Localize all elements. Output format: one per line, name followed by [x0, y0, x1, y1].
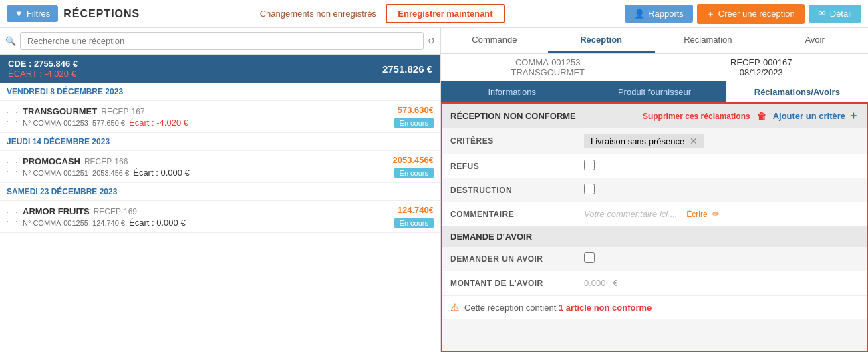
item-right: 124.740€En cours: [394, 205, 434, 228]
summary-left: CDE : 2755.846 € ÉCART : -4.020 €: [8, 59, 78, 79]
sub-tab-reclamations[interactable]: Réclamations/Avoirs: [726, 81, 868, 102]
search-input[interactable]: [20, 32, 424, 50]
sub-tab-informations[interactable]: Informations: [441, 81, 583, 102]
summary-ecart: ÉCART : -4.020 €: [8, 69, 78, 79]
tab-commande[interactable]: Commande: [441, 28, 548, 53]
item-right: 2053.456€En cours: [393, 155, 434, 178]
item-right: 573.630€En cours: [394, 105, 434, 128]
commentaire-label: COMMENTAIRE: [450, 210, 584, 219]
save-now-button[interactable]: Enregistrer maintenant: [386, 4, 504, 23]
list-item[interactable]: PROMOCASHRECEP-166N° COMMA-001251 2053.4…: [0, 151, 440, 183]
item-checkbox[interactable]: [7, 212, 17, 222]
remove-criteria-button[interactable]: ✕: [690, 136, 698, 146]
main-layout: 🔍 ↺ CDE : 2755.846 € ÉCART : -4.020 € 27…: [0, 28, 868, 352]
warning-link[interactable]: 1 article non conforme: [559, 303, 652, 313]
tab-reclamation[interactable]: Réclamation: [655, 28, 762, 53]
warning-footer: ⚠ Cette réception contient 1 article non…: [442, 295, 867, 319]
list-item[interactable]: TRANSGOURMETRECEP-167N° COMMA-001253 577…: [0, 101, 440, 133]
unsaved-notice: Changements non enregistrés Enregistrer …: [146, 4, 618, 23]
section1-title: RÉCEPTION NON CONFORME: [450, 111, 636, 121]
warning-icon: ⚠: [450, 301, 459, 313]
demander-avoir-checkbox[interactable]: [584, 252, 595, 263]
section2-title: DEMANDE D'AVOIR: [450, 232, 532, 242]
tab-reception[interactable]: Réception: [548, 28, 655, 53]
list-item[interactable]: ARMOR FRUITSRECEP-169N° COMMA-001255 124…: [0, 201, 440, 233]
reports-icon: 👤: [634, 9, 645, 19]
add-criteria-button[interactable]: Ajouter un critère ＋: [773, 109, 859, 123]
destruction-checkbox[interactable]: [584, 184, 595, 194]
plus-icon: ＋: [706, 8, 715, 20]
comment-placeholder: Votre commentaire ici ...: [584, 209, 678, 219]
item-main: TRANSGOURMETRECEP-167N° COMMA-001253 577…: [23, 106, 389, 128]
edit-icon[interactable]: ✏: [712, 209, 720, 219]
summary-row: CDE : 2755.846 € ÉCART : -4.020 € 2751.8…: [0, 55, 440, 83]
summary-cde: CDE : 2755.846 €: [8, 59, 78, 69]
demander-avoir-row: DEMANDER UN AVOIR: [442, 247, 867, 271]
eye-icon: 👁: [818, 9, 827, 19]
montant-avoir-label: MONTANT DE L'AVOIR: [450, 279, 584, 288]
ref-row: COMMA-001253 TRANSGOURMET RECEP-000167 0…: [441, 54, 868, 81]
content-area: RÉCEPTION NON CONFORME Supprimer ces réc…: [441, 102, 868, 352]
commentaire-row: COMMENTAIRE Votre commentaire ici ... Éc…: [442, 202, 867, 226]
refus-row: REFUS: [442, 154, 867, 178]
filter-label: Filtres: [27, 9, 50, 19]
search-icon: 🔍: [5, 36, 16, 46]
reports-button[interactable]: 👤 Rapports: [625, 5, 693, 23]
criteria-badge: Livraison sans présence ✕: [584, 134, 704, 148]
top-bar: ▼ Filtres RÉCEPTIONS Changements non enr…: [0, 0, 868, 28]
write-link[interactable]: Écrire: [686, 210, 707, 219]
demander-avoir-value: [584, 252, 859, 265]
commentaire-value: Votre commentaire ici ... Écrire ✏: [584, 209, 859, 219]
destruction-row: DESTRUCTION: [442, 178, 867, 202]
date-header: JEUDI 14 DÉCEMBRE 2023: [0, 133, 440, 151]
section1-header: RÉCEPTION NON CONFORME Supprimer ces réc…: [442, 104, 867, 128]
destruction-value: [584, 184, 859, 196]
sub-tabs: Informations Produit fournisseur Réclama…: [441, 81, 868, 102]
refus-value: [584, 160, 859, 172]
right-panel: Commande Réception Réclamation Avoir COM…: [441, 28, 868, 352]
top-bar-left: ▼ Filtres RÉCEPTIONS: [7, 5, 140, 22]
tabs-top: Commande Réception Réclamation Avoir: [441, 28, 868, 54]
list-container: VENDREDI 8 DÉCEMBRE 2023TRANSGOURMETRECE…: [0, 83, 440, 352]
demander-avoir-label: DEMANDER UN AVOIR: [450, 254, 584, 264]
filter-icon: ▼: [15, 9, 23, 19]
left-panel: 🔍 ↺ CDE : 2755.846 € ÉCART : -4.020 € 27…: [0, 28, 441, 352]
montant-avoir-row: MONTANT DE L'AVOIR 0.000 €: [442, 271, 867, 295]
montant-avoir-value: 0.000 €: [584, 278, 859, 288]
tab-avoir[interactable]: Avoir: [761, 28, 868, 53]
item-checkbox[interactable]: [7, 162, 17, 172]
montant-amount: 0.000: [584, 278, 606, 288]
destruction-label: DESTRUCTION: [450, 186, 584, 195]
item-main: PROMOCASHRECEP-166N° COMMA-001251 2053.4…: [23, 156, 388, 178]
refus-checkbox[interactable]: [584, 160, 595, 170]
ref-commande: COMMA-001253 TRANSGOURMET: [441, 54, 655, 81]
search-bar: 🔍 ↺: [0, 28, 440, 55]
refus-label: REFUS: [450, 162, 584, 171]
item-checkbox[interactable]: [7, 112, 17, 122]
section2-header: DEMANDE D'AVOIR: [442, 226, 867, 247]
criteria-row: CRITÈRES Livraison sans présence ✕: [442, 128, 867, 154]
date-header: SAMEDI 23 DÉCEMBRE 2023: [0, 183, 440, 201]
page-title: RÉCEPTIONS: [63, 8, 140, 20]
item-main: ARMOR FRUITSRECEP-169N° COMMA-001255 124…: [23, 206, 389, 228]
sub-tab-produit[interactable]: Produit fournisseur: [583, 81, 726, 102]
top-bar-right: 👤 Rapports ＋ Créer une réception 👁 Détai…: [625, 4, 861, 24]
refresh-icon[interactable]: ↺: [428, 36, 435, 46]
plus-criteria-icon: ＋: [848, 109, 859, 123]
filter-button[interactable]: ▼ Filtres: [7, 5, 58, 22]
create-reception-button[interactable]: ＋ Créer une réception: [697, 4, 805, 24]
montant-unit: €: [613, 278, 617, 288]
detail-button[interactable]: 👁 Détail: [809, 5, 861, 23]
trash-icon[interactable]: 🗑: [757, 111, 766, 122]
summary-total: 2751.826 €: [382, 63, 432, 75]
date-header: VENDREDI 8 DÉCEMBRE 2023: [0, 83, 440, 101]
criteria-value: Livraison sans présence ✕: [584, 134, 859, 148]
ref-reception: RECEP-000167 08/12/2023: [655, 54, 869, 81]
criteria-label: CRITÈRES: [450, 136, 584, 146]
delete-reclamations-button[interactable]: Supprimer ces réclamations: [643, 112, 750, 121]
